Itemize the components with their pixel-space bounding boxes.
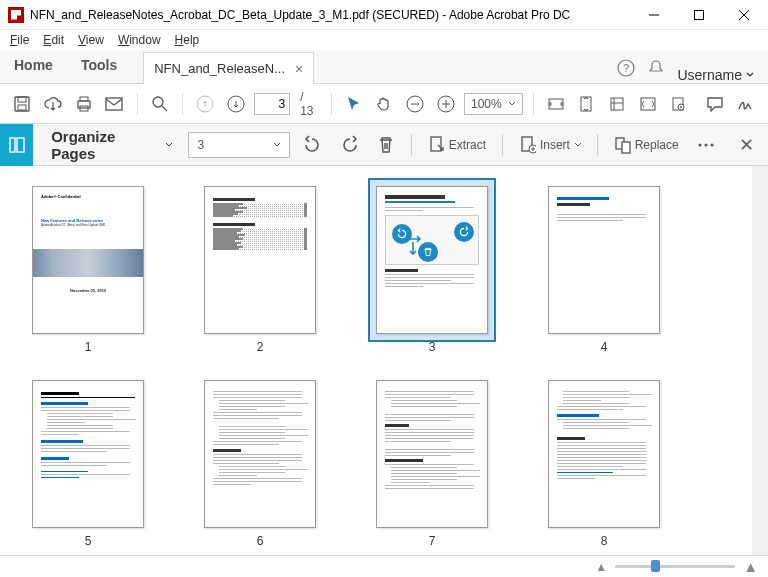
insert-button[interactable]: Insert	[513, 131, 587, 159]
zoom-small-icon: ▲	[595, 560, 607, 574]
comment-button[interactable]	[703, 89, 728, 119]
help-icon[interactable]: ?	[611, 53, 641, 83]
svg-rect-18	[641, 98, 655, 110]
vertical-scrollbar[interactable]	[752, 166, 768, 555]
zoom-dropdown[interactable]: 100%	[464, 93, 523, 115]
tab-tools[interactable]: Tools	[67, 47, 131, 83]
svg-rect-27	[622, 142, 630, 153]
page-thumbnail[interactable]: 7	[374, 380, 490, 548]
organize-title[interactable]: Organize Pages	[39, 128, 182, 162]
thumbnail-workspace: Adobe® Confidential New Features and Rel…	[0, 166, 768, 555]
rotate-cw-button[interactable]	[334, 131, 365, 159]
notifications-icon[interactable]	[641, 53, 671, 83]
cloud-button[interactable]	[41, 89, 66, 119]
tab-close-icon[interactable]: ×	[295, 61, 303, 77]
svg-point-30	[710, 143, 713, 146]
insert-icon	[519, 135, 536, 155]
svg-rect-17	[611, 98, 623, 110]
fit-page-button[interactable]	[574, 89, 599, 119]
page-thumbnail-selected[interactable]: 3	[374, 186, 490, 354]
main-toolbar: / 13 100%	[0, 84, 768, 124]
svg-point-29	[704, 143, 707, 146]
page-thumbnail[interactable]: 4	[546, 186, 662, 354]
svg-point-10	[153, 97, 163, 107]
tab-document[interactable]: NFN_and_ReleaseN... ×	[143, 52, 314, 84]
search-button[interactable]	[147, 89, 172, 119]
svg-point-28	[698, 143, 701, 146]
window-close-button[interactable]	[721, 0, 766, 29]
svg-rect-5	[18, 105, 26, 110]
chevron-down-icon	[574, 141, 582, 149]
svg-text:?: ?	[623, 62, 629, 74]
replace-icon	[614, 135, 630, 155]
chevron-down-icon	[746, 71, 754, 79]
document-tabbar: Home Tools NFN_and_ReleaseN... × ? Usern…	[0, 50, 768, 84]
fit-width-button[interactable]	[544, 89, 569, 119]
menu-help[interactable]: Help	[169, 31, 206, 49]
page-range-dropdown[interactable]: 3	[188, 132, 290, 158]
status-bar: ▲ ▲	[0, 555, 768, 577]
svg-rect-21	[10, 138, 15, 152]
organize-toolbar: Organize Pages 3 Extract Insert Replace …	[0, 124, 768, 166]
zoom-out-button[interactable]	[403, 89, 428, 119]
sign-button[interactable]	[733, 89, 758, 119]
svg-rect-0	[694, 10, 703, 19]
page-thumbnail[interactable]: 2	[202, 186, 318, 354]
page-thumbnail[interactable]: 5	[30, 380, 146, 548]
svg-rect-4	[18, 97, 26, 102]
extract-button[interactable]: Extract	[422, 131, 492, 159]
zoom-label: 100%	[471, 97, 502, 111]
acrobat-app-icon	[8, 7, 24, 23]
prev-page-button[interactable]	[193, 89, 218, 119]
svg-rect-3	[15, 97, 29, 111]
svg-rect-9	[106, 98, 122, 110]
replace-button[interactable]: Replace	[608, 131, 684, 159]
print-button[interactable]	[71, 89, 96, 119]
tab-document-label: NFN_and_ReleaseN...	[154, 61, 285, 76]
user-menu[interactable]: Username	[671, 67, 760, 83]
page-thumbnail[interactable]: 6	[202, 380, 318, 548]
window-minimize-button[interactable]	[631, 0, 676, 29]
more-button[interactable]	[691, 131, 721, 159]
tab-home[interactable]: Home	[0, 47, 67, 83]
rotate-ccw-button[interactable]	[296, 131, 327, 159]
window-maximize-button[interactable]	[676, 0, 721, 29]
select-tool[interactable]	[341, 89, 366, 119]
save-button[interactable]	[10, 89, 35, 119]
window-title: NFN_and_ReleaseNotes_Acrobat_DC_Beta_Upd…	[30, 8, 631, 22]
hand-tool[interactable]	[372, 89, 397, 119]
svg-rect-22	[17, 138, 24, 152]
next-page-button[interactable]	[224, 89, 249, 119]
svg-rect-16	[581, 97, 591, 111]
page-number-input[interactable]	[254, 93, 290, 115]
chevron-down-icon	[508, 100, 516, 108]
delete-page-button[interactable]	[371, 131, 401, 159]
page-total-label: / 13	[296, 90, 320, 118]
email-button[interactable]	[102, 89, 127, 119]
page-thumbnail[interactable]: Adobe® Confidential New Features and Rel…	[30, 186, 146, 354]
chevron-down-icon	[165, 141, 173, 149]
chevron-down-icon	[273, 141, 281, 149]
page-thumbnail[interactable]: 8	[546, 380, 662, 548]
thumbnail-zoom-slider[interactable]	[615, 565, 735, 568]
extract-icon	[428, 135, 444, 155]
read-mode-button[interactable]	[635, 89, 660, 119]
zoom-in-button[interactable]	[433, 89, 458, 119]
zoom-large-icon: ▲	[743, 558, 758, 575]
page-display-button[interactable]	[605, 89, 630, 119]
user-label: Username	[677, 67, 742, 83]
secure-button[interactable]	[666, 89, 691, 119]
close-panel-button[interactable]: ✕	[733, 131, 760, 159]
svg-rect-23	[431, 137, 441, 151]
window-titlebar: NFN_and_ReleaseNotes_Acrobat_DC_Beta_Upd…	[0, 0, 768, 30]
organize-panel-toggle[interactable]	[0, 124, 33, 166]
